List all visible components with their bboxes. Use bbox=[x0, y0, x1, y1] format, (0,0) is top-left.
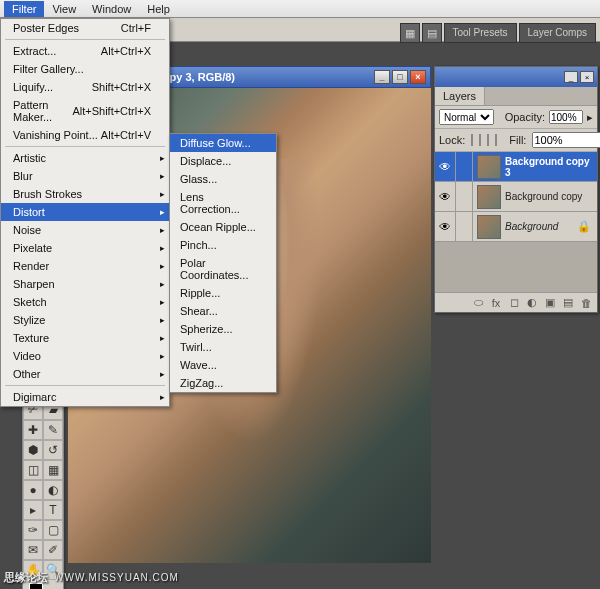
menu-vanishing-point[interactable]: Vanishing Point...Alt+Ctrl+V bbox=[1, 126, 169, 144]
submenu-ocean-ripple[interactable]: Ocean Ripple... bbox=[170, 218, 276, 236]
dodge-tool[interactable]: ◐ bbox=[43, 480, 63, 500]
panel-minimize-button[interactable]: _ bbox=[564, 71, 578, 83]
submenu-polar-coordinates[interactable]: Polar Coordinates... bbox=[170, 254, 276, 284]
panel-menu-icon[interactable] bbox=[485, 87, 597, 105]
menu-digimarc[interactable]: Digimarc bbox=[1, 388, 169, 406]
layers-tab[interactable]: Layers bbox=[435, 87, 485, 105]
visibility-icon[interactable]: 👁 bbox=[435, 160, 455, 174]
menu-sketch[interactable]: Sketch bbox=[1, 293, 169, 311]
link-cell[interactable] bbox=[455, 182, 473, 211]
lock-transparency-icon[interactable] bbox=[471, 134, 473, 146]
menu-filter-gallery[interactable]: Filter Gallery... bbox=[1, 60, 169, 78]
minimize-button[interactable]: _ bbox=[374, 70, 390, 84]
menu-help[interactable]: Help bbox=[139, 1, 178, 17]
layer-thumbnail[interactable] bbox=[477, 155, 501, 179]
layer-row[interactable]: 👁 Background copy bbox=[435, 182, 597, 212]
distort-submenu: Diffuse Glow... Displace... Glass... Len… bbox=[169, 133, 277, 393]
blend-mode-select[interactable]: Normal bbox=[439, 109, 494, 125]
pen-tool[interactable]: ✑ bbox=[23, 520, 43, 540]
menu-artistic[interactable]: Artistic bbox=[1, 149, 169, 167]
link-layers-icon[interactable]: ⬭ bbox=[471, 296, 485, 310]
layer-style-icon[interactable]: fx bbox=[489, 296, 503, 310]
menu-view[interactable]: View bbox=[44, 1, 84, 17]
menu-video[interactable]: Video bbox=[1, 347, 169, 365]
layers-list: 👁 Background copy 3 👁 Background copy 👁 … bbox=[435, 152, 597, 292]
menu-window[interactable]: Window bbox=[84, 1, 139, 17]
shape-tool[interactable]: ▢ bbox=[43, 520, 63, 540]
gradient-tool[interactable]: ▦ bbox=[43, 460, 63, 480]
link-cell[interactable] bbox=[455, 212, 473, 241]
menu-sharpen[interactable]: Sharpen bbox=[1, 275, 169, 293]
submenu-glass[interactable]: Glass... bbox=[170, 170, 276, 188]
visibility-icon[interactable]: 👁 bbox=[435, 220, 455, 234]
menu-other[interactable]: Other bbox=[1, 365, 169, 383]
layer-thumbnail[interactable] bbox=[477, 185, 501, 209]
lock-paint-icon[interactable] bbox=[479, 134, 481, 146]
dock-icon-2[interactable]: ▤ bbox=[422, 23, 442, 43]
submenu-lens-correction[interactable]: Lens Correction... bbox=[170, 188, 276, 218]
layers-panel: _ × Layers Normal Opacity: ▸ Lock: Fill:… bbox=[434, 66, 598, 313]
visibility-icon[interactable]: 👁 bbox=[435, 190, 455, 204]
submenu-displace[interactable]: Displace... bbox=[170, 152, 276, 170]
menu-noise[interactable]: Noise bbox=[1, 221, 169, 239]
submenu-diffuse-glow[interactable]: Diffuse Glow... bbox=[170, 134, 276, 152]
menu-stylize[interactable]: Stylize bbox=[1, 311, 169, 329]
heal-tool[interactable]: ✚ bbox=[23, 420, 43, 440]
link-cell[interactable] bbox=[455, 152, 473, 181]
layer-row[interactable]: 👁 Background 🔒 bbox=[435, 212, 597, 242]
opacity-flyout-icon[interactable]: ▸ bbox=[587, 111, 593, 124]
layer-name[interactable]: Background copy bbox=[505, 191, 597, 202]
opacity-input[interactable] bbox=[549, 110, 583, 124]
path-tool[interactable]: ▸ bbox=[23, 500, 43, 520]
layer-name[interactable]: Background bbox=[505, 221, 577, 232]
layers-titlebar[interactable]: _ × bbox=[435, 67, 597, 87]
eraser-tool[interactable]: ◫ bbox=[23, 460, 43, 480]
stamp-tool[interactable]: ⬢ bbox=[23, 440, 43, 460]
adjustment-layer-icon[interactable]: ◐ bbox=[525, 296, 539, 310]
submenu-zigzag[interactable]: ZigZag... bbox=[170, 374, 276, 392]
maximize-button[interactable]: □ bbox=[392, 70, 408, 84]
layer-row[interactable]: 👁 Background copy 3 bbox=[435, 152, 597, 182]
lock-all-icon[interactable] bbox=[495, 134, 497, 146]
menu-blur[interactable]: Blur bbox=[1, 167, 169, 185]
menu-render[interactable]: Render bbox=[1, 257, 169, 275]
layer-thumbnail[interactable] bbox=[477, 215, 501, 239]
menu-distort[interactable]: Distort bbox=[1, 203, 169, 221]
menu-pixelate[interactable]: Pixelate bbox=[1, 239, 169, 257]
menu-extract[interactable]: Extract...Alt+Ctrl+X bbox=[1, 42, 169, 60]
filter-menu: Poster EdgesCtrl+F Extract...Alt+Ctrl+X … bbox=[0, 18, 170, 407]
submenu-twirl[interactable]: Twirl... bbox=[170, 338, 276, 356]
notes-tool[interactable]: ✉ bbox=[23, 540, 43, 560]
menu-last-filter[interactable]: Poster EdgesCtrl+F bbox=[1, 19, 169, 37]
history-brush-tool[interactable]: ↺ bbox=[43, 440, 63, 460]
fill-label: Fill: bbox=[509, 134, 526, 146]
tool-presets-tab[interactable]: Tool Presets bbox=[444, 23, 517, 43]
lock-position-icon[interactable] bbox=[487, 134, 489, 146]
menu-filter[interactable]: Filter bbox=[4, 1, 44, 17]
lock-icon: 🔒 bbox=[577, 220, 597, 233]
submenu-wave[interactable]: Wave... bbox=[170, 356, 276, 374]
menu-liquify[interactable]: Liquify...Shift+Ctrl+X bbox=[1, 78, 169, 96]
brush-tool[interactable]: ✎ bbox=[43, 420, 63, 440]
fill-input[interactable] bbox=[532, 132, 600, 148]
new-group-icon[interactable]: ▣ bbox=[543, 296, 557, 310]
blur-tool[interactable]: ● bbox=[23, 480, 43, 500]
delete-layer-icon[interactable]: 🗑 bbox=[579, 296, 593, 310]
dock-icon-1[interactable]: ▦ bbox=[400, 23, 420, 43]
eyedropper-tool[interactable]: ✐ bbox=[43, 540, 63, 560]
menu-brush-strokes[interactable]: Brush Strokes bbox=[1, 185, 169, 203]
new-layer-icon[interactable]: ▤ bbox=[561, 296, 575, 310]
layer-name[interactable]: Background copy 3 bbox=[505, 156, 597, 178]
type-tool[interactable]: T bbox=[43, 500, 63, 520]
panel-close-button[interactable]: × bbox=[580, 71, 594, 83]
watermark-text: 思缘论坛 bbox=[4, 570, 48, 585]
submenu-shear[interactable]: Shear... bbox=[170, 302, 276, 320]
close-button[interactable]: × bbox=[410, 70, 426, 84]
menu-pattern-maker[interactable]: Pattern Maker...Alt+Shift+Ctrl+X bbox=[1, 96, 169, 126]
submenu-pinch[interactable]: Pinch... bbox=[170, 236, 276, 254]
menu-texture[interactable]: Texture bbox=[1, 329, 169, 347]
submenu-spherize[interactable]: Spherize... bbox=[170, 320, 276, 338]
layer-comps-tab[interactable]: Layer Comps bbox=[519, 23, 596, 43]
submenu-ripple[interactable]: Ripple... bbox=[170, 284, 276, 302]
layer-mask-icon[interactable]: ◻ bbox=[507, 296, 521, 310]
